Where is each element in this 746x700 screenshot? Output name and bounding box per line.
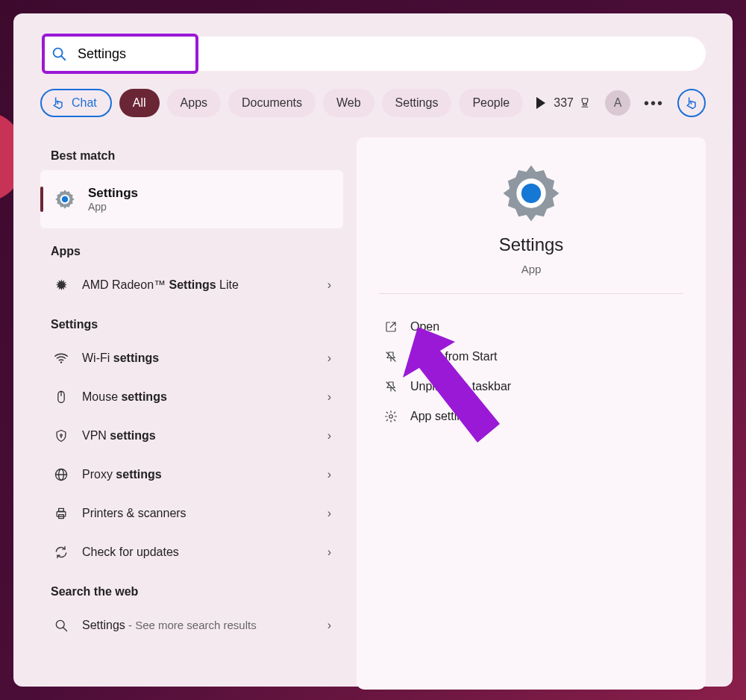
result-check-updates[interactable]: Check for updates › xyxy=(40,533,343,572)
chip-all[interactable]: All xyxy=(119,89,160,117)
trophy-icon xyxy=(578,96,592,110)
search-web-header: Search the web xyxy=(40,579,343,606)
action-app-settings[interactable]: App settings xyxy=(383,401,683,431)
action-unpin-taskbar[interactable]: Unpin from taskbar xyxy=(383,372,683,401)
chip-apps-label: Apps xyxy=(181,96,207,110)
globe-icon xyxy=(52,466,70,484)
avatar-letter: A xyxy=(614,96,622,110)
chevron-right-icon: › xyxy=(327,619,331,632)
result-amd-radeon[interactable]: ✹ AMD Radeon™ Settings Lite › xyxy=(40,266,343,304)
best-match-subtitle: App xyxy=(88,201,138,213)
svg-rect-13 xyxy=(59,508,64,511)
user-avatar[interactable]: A xyxy=(605,90,630,116)
result-web-search[interactable]: Settings - See more search results › xyxy=(40,606,343,645)
chip-settings[interactable]: Settings xyxy=(382,89,452,117)
chip-people[interactable]: People xyxy=(459,89,523,117)
chevron-right-icon: › xyxy=(327,468,331,481)
result-proxy-settings[interactable]: Proxy settings › xyxy=(40,455,343,494)
result-printers-scanners[interactable]: Printers & scanners › xyxy=(40,494,343,533)
chevron-right-icon: › xyxy=(327,507,331,520)
open-icon xyxy=(383,319,398,334)
shield-icon xyxy=(52,427,70,445)
chip-web[interactable]: Web xyxy=(323,89,374,117)
printer-icon xyxy=(52,504,70,522)
settings-app-icon xyxy=(52,187,78,212)
chevron-right-icon: › xyxy=(327,429,331,443)
chevron-right-icon: › xyxy=(327,390,331,404)
result-amd-label: AMD Radeon™ Settings Lite xyxy=(82,278,239,292)
search-window: Settings Chat All Apps Documents Web Set… xyxy=(13,13,733,687)
search-query-text: Settings xyxy=(78,46,126,62)
more-options-icon[interactable]: ••• xyxy=(644,95,664,112)
chip-documents-label: Documents xyxy=(242,96,302,110)
preview-actions: Open Unpin from Start Unpin from taskbar xyxy=(379,312,683,431)
gear-icon xyxy=(383,409,398,424)
svg-line-1 xyxy=(61,56,65,60)
action-unpin-start[interactable]: Unpin from Start xyxy=(383,342,683,372)
chip-chat-label: Chat xyxy=(72,96,97,110)
more-filters-arrow-icon[interactable] xyxy=(536,97,545,109)
action-open[interactable]: Open xyxy=(383,312,683,342)
svg-point-4 xyxy=(60,361,62,363)
settings-header: Settings xyxy=(40,312,343,339)
best-match-title: Settings xyxy=(88,186,138,201)
chip-people-label: People xyxy=(472,96,510,110)
apps-header: Apps xyxy=(40,239,343,266)
bing-chat-icon xyxy=(51,96,66,110)
result-proxy-label: Proxy settings xyxy=(82,468,162,481)
chip-settings-label: Settings xyxy=(395,96,439,110)
chevron-right-icon: › xyxy=(327,546,331,559)
result-mouse-settings[interactable]: Mouse settings › xyxy=(40,378,343,416)
bing-icon xyxy=(684,96,699,110)
points-value: 337 xyxy=(554,96,574,110)
search-icon xyxy=(51,46,67,62)
search-bar: Settings xyxy=(40,36,706,72)
svg-rect-12 xyxy=(57,512,66,517)
result-updates-label: Check for updates xyxy=(82,546,179,559)
main-content: Best match Settings App Apps ✹ AMD Radeo… xyxy=(40,137,706,690)
preview-panel: Settings App Open Unpin from Start xyxy=(357,137,706,690)
chip-chat[interactable]: Chat xyxy=(40,89,112,117)
action-open-label: Open xyxy=(410,320,439,334)
mouse-icon xyxy=(52,388,70,406)
chip-web-label: Web xyxy=(336,96,361,110)
result-wifi-settings[interactable]: Wi-Fi settings › xyxy=(40,339,343,378)
chevron-right-icon: › xyxy=(327,278,331,292)
bing-chat-button[interactable] xyxy=(677,89,706,117)
action-unpin-taskbar-label: Unpin from taskbar xyxy=(410,380,511,393)
rewards-points[interactable]: 337 xyxy=(554,96,592,110)
amd-icon: ✹ xyxy=(52,276,70,294)
search-highlight-box: Settings xyxy=(42,34,198,74)
chip-apps[interactable]: Apps xyxy=(167,89,221,117)
unpin-icon xyxy=(383,349,398,364)
svg-point-21 xyxy=(389,415,393,419)
unpin-icon xyxy=(383,379,398,394)
svg-point-3 xyxy=(62,196,69,203)
preview-subtitle: App xyxy=(521,263,542,275)
svg-line-16 xyxy=(63,628,67,631)
result-vpn-label: VPN settings xyxy=(82,429,156,443)
svg-point-18 xyxy=(521,184,541,203)
chip-all-label: All xyxy=(133,96,146,110)
filter-chips-row: Chat All Apps Documents Web Settings Peo… xyxy=(40,87,706,119)
best-match-header: Best match xyxy=(40,143,343,170)
action-app-settings-label: App settings xyxy=(410,410,476,423)
search-box[interactable]: Settings xyxy=(40,37,706,71)
action-unpin-start-label: Unpin from Start xyxy=(410,350,497,363)
search-icon xyxy=(52,616,70,634)
results-left-column: Best match Settings App Apps ✹ AMD Radeo… xyxy=(40,137,343,690)
refresh-icon xyxy=(52,543,70,561)
result-printers-label: Printers & scanners xyxy=(82,507,186,520)
best-match-result[interactable]: Settings App xyxy=(40,170,343,228)
result-web-label: Settings - See more search results xyxy=(82,619,257,632)
result-mouse-label: Mouse settings xyxy=(82,390,167,404)
wifi-icon xyxy=(52,349,70,367)
preview-title: Settings xyxy=(499,234,564,255)
chevron-right-icon: › xyxy=(327,351,331,365)
settings-app-large-icon xyxy=(498,160,565,227)
result-vpn-settings[interactable]: VPN settings › xyxy=(40,416,343,455)
result-wifi-label: Wi-Fi settings xyxy=(82,351,159,365)
chip-documents[interactable]: Documents xyxy=(228,89,316,117)
